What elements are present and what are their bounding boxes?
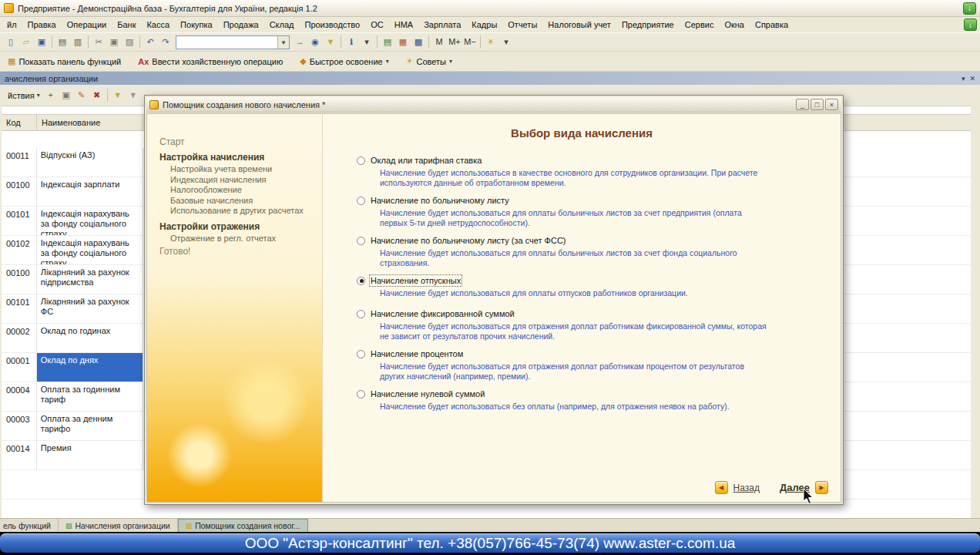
menu-item[interactable]: Банк [112, 18, 141, 31]
memory-icon[interactable]: M [431, 35, 447, 50]
new-document-icon[interactable]: ▯ [3, 35, 18, 50]
add-icon[interactable]: + [43, 88, 59, 103]
calendar-icon[interactable]: ▦ [395, 35, 411, 50]
table-row[interactable]: 00101Лікарняний за рахунок ФС [2, 294, 143, 324]
radio-row[interactable]: Начисление по больничному листу (за счет… [357, 235, 841, 246]
wizard-nav-item[interactable]: Настройки отражения [159, 221, 316, 232]
radio-button[interactable] [357, 277, 365, 285]
menu-item[interactable]: ОС [365, 18, 389, 31]
close-icon[interactable]: × [825, 99, 838, 110]
table-row[interactable]: 00003Оплата за денним тарифо [2, 412, 143, 441]
radio-row[interactable]: Начисление по больничному листу [357, 195, 841, 206]
copy-item-icon[interactable]: ▣ [59, 88, 74, 103]
next-arrow-button[interactable]: ▶ [815, 481, 828, 494]
table-row[interactable]: 00101Індексація нарахувань за фонду соці… [2, 207, 143, 236]
radio-label[interactable]: Начисление фиксированной суммой [371, 309, 515, 318]
menu-item[interactable]: Производство [299, 18, 365, 31]
wizard-nav-item[interactable]: Готово! [159, 246, 316, 257]
wizard-nav-item[interactable]: Индексация начисления [159, 175, 316, 186]
copy-icon[interactable]: ▣ [106, 35, 122, 50]
find-icon[interactable]: ◉ [307, 35, 323, 50]
window-menu-icon[interactable]: ▾ [962, 75, 965, 82]
radio-row[interactable]: Начисление отпускных [357, 275, 841, 286]
table-row[interactable]: 00002Оклад по годинах [2, 324, 143, 353]
dialog-title-bar[interactable]: Помощник создания нового начисления * _ … [146, 97, 841, 113]
table-row[interactable]: 00001Оклад по днях [2, 353, 143, 382]
edit-icon[interactable]: ✎ [74, 88, 89, 103]
info-icon[interactable]: ℹ [344, 35, 359, 50]
tips-icon[interactable]: ☀ [483, 35, 498, 50]
quick-start-button[interactable]: ◆Быстрое освоение▾ [296, 54, 392, 69]
back-button[interactable]: Назад [733, 483, 760, 493]
actions-menu-button[interactable]: йствия ▾ [5, 89, 43, 102]
table-row[interactable]: 00014Премия [2, 441, 143, 470]
open-folder-icon[interactable]: ▱ [18, 35, 34, 50]
print-icon[interactable]: ▤ [55, 35, 70, 50]
table-row[interactable]: 00004Оплата за годинним тариф [2, 382, 143, 412]
menu-item[interactable]: Покупка [175, 18, 218, 31]
window-tab[interactable]: ▨Помощник создания новог... [178, 519, 308, 532]
window-tab[interactable]: ель функций [0, 519, 59, 532]
print-preview-icon[interactable]: ▥ [70, 35, 86, 50]
radio-label[interactable]: Начисление процентом [371, 349, 463, 358]
radio-label[interactable]: Начисление по больничному листу [371, 196, 509, 205]
dropdown-icon[interactable]: ▾ [498, 35, 514, 50]
radio-label[interactable]: Начисление отпускных [371, 276, 461, 285]
wizard-nav-item[interactable]: Отражение в регл. отчетах [159, 234, 316, 244]
menu-item[interactable]: Продажа [218, 18, 264, 31]
toolbar-combobox[interactable]: ▾ [176, 35, 290, 49]
chevron-down-icon[interactable]: ▾ [277, 36, 289, 49]
memory-minus-icon[interactable]: M− [462, 35, 478, 50]
wizard-nav-item[interactable]: Старт [159, 136, 316, 147]
wizard-nav-item[interactable]: Настройка начисления [159, 152, 316, 163]
menu-item[interactable]: Справка [750, 18, 794, 31]
menu-item[interactable]: Склад [264, 18, 300, 31]
menu-item[interactable]: Правка [22, 18, 62, 31]
list-icon[interactable]: ▤ [380, 35, 395, 50]
radio-button[interactable] [357, 390, 365, 399]
wizard-nav-item[interactable]: Базовые начисления [159, 196, 316, 207]
radio-button[interactable] [357, 237, 365, 245]
radio-label[interactable]: Начисление нулевой суммой [371, 389, 485, 399]
menu-item[interactable]: Сервис [680, 18, 720, 31]
menu-item[interactable]: Налоговый учет [542, 18, 616, 31]
close-icon[interactable]: ✕ [969, 75, 975, 82]
tips-button[interactable]: ☀Советы▾ [402, 54, 456, 69]
table-row[interactable]: 00100Індексація зарплати [2, 177, 143, 207]
overlay-icon[interactable]: ↓ [964, 18, 977, 31]
window-tab[interactable]: ▧Начисления организации [59, 519, 178, 532]
table-row[interactable]: 00011Відпускні (АЗ) [2, 148, 143, 177]
maximize-icon[interactable]: □ [811, 99, 824, 110]
menu-item[interactable]: Отчеты [502, 18, 542, 31]
dropdown-icon[interactable]: ▾ [359, 35, 374, 50]
radio-button[interactable] [357, 197, 365, 205]
operation-button[interactable]: АхВвести хозяйственную операцию [134, 55, 287, 69]
redo-icon[interactable]: ↷ [158, 35, 173, 50]
radio-row[interactable]: Начисление нулевой суммой [357, 388, 841, 399]
radio-label[interactable]: Начисление по больничному листу (за счет… [371, 236, 566, 245]
cut-icon[interactable]: ✂ [91, 35, 106, 50]
minimize-icon[interactable]: _ [796, 99, 809, 110]
overlay-download-icon[interactable]: ↓ [963, 2, 976, 15]
menu-item[interactable]: НМА [389, 18, 418, 31]
menu-item[interactable]: Касса [141, 18, 175, 31]
menu-item[interactable]: Кадры [466, 18, 502, 31]
function-panel-button[interactable]: ▦Показать панель функций [4, 54, 125, 69]
radio-row[interactable]: Начисление фиксированной суммой [357, 308, 841, 319]
undo-icon[interactable]: ↶ [143, 35, 158, 50]
save-icon[interactable]: ▣ [34, 35, 49, 50]
go-icon[interactable]: → [292, 35, 307, 50]
wizard-nav-item[interactable]: Налогообложение [159, 185, 316, 196]
table-row[interactable]: 00102Індексація нарахувань за фонду соці… [2, 236, 143, 265]
filter-list-icon[interactable]: ▼ [110, 88, 126, 103]
wizard-nav-item[interactable]: Использование в других расчетах [159, 206, 316, 217]
radio-button[interactable] [357, 310, 365, 318]
menu-item[interactable]: Окна [719, 18, 750, 31]
delete-icon[interactable]: ✖ [89, 88, 105, 103]
back-arrow-button[interactable]: ◀ [715, 481, 728, 494]
radio-row[interactable]: Начисление процентом [357, 348, 841, 359]
menu-item[interactable]: Операции [62, 18, 112, 31]
filter-icon[interactable]: ▼ [323, 35, 338, 50]
wizard-nav-item[interactable]: Настройка учета времени [159, 164, 316, 175]
radio-row[interactable]: Оклад или тарифная ставка [357, 155, 841, 166]
